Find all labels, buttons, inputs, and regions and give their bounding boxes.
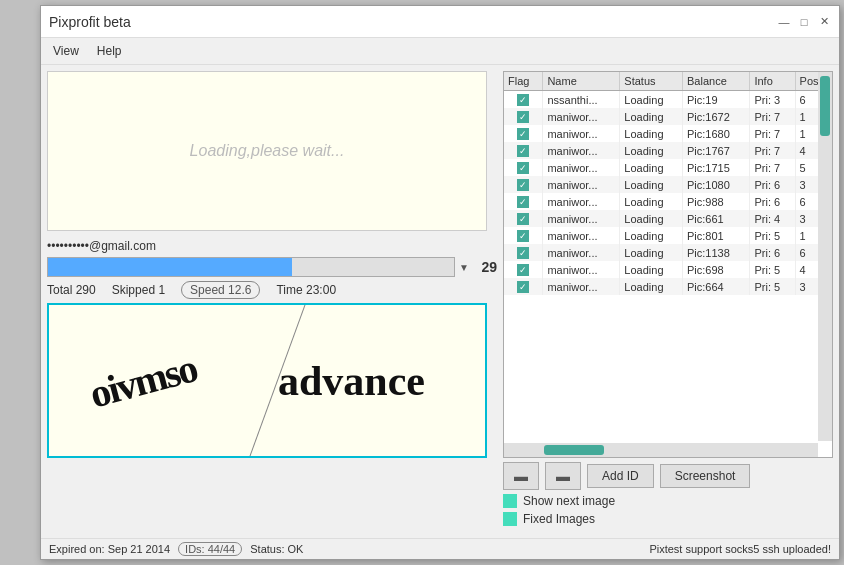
- balance-cell: Pic:988: [683, 193, 750, 210]
- status-cell: Loading: [620, 210, 683, 227]
- flag-checkbox[interactable]: ✓: [517, 264, 529, 276]
- fixed-images-checkbox[interactable]: [503, 512, 517, 526]
- show-next-image-checkbox[interactable]: [503, 494, 517, 508]
- flag-checkbox[interactable]: ✓: [517, 230, 529, 242]
- flag-cell: ✓: [504, 142, 543, 159]
- support-label: Pixtest support socks5 ssh uploaded!: [649, 543, 831, 555]
- status-cell: Loading: [620, 91, 683, 109]
- menu-help[interactable]: Help: [93, 42, 126, 60]
- scrollbar-vertical[interactable]: [818, 72, 832, 441]
- scrollbar-horizontal[interactable]: [504, 443, 818, 457]
- flag-checkbox[interactable]: ✓: [517, 213, 529, 225]
- name-cell: nssanthi...: [543, 91, 620, 109]
- status-cell: Loading: [620, 261, 683, 278]
- icon-button-2[interactable]: ▬: [545, 462, 581, 490]
- flag-cell: ✓: [504, 159, 543, 176]
- table-row[interactable]: ✓ maniwor... Loading Pic:1767 Pri: 7 4: [504, 142, 832, 159]
- flag-checkbox[interactable]: ✓: [517, 94, 529, 106]
- progress-fill: [48, 258, 292, 276]
- status-cell: Loading: [620, 278, 683, 295]
- info-cell: Pri: 7: [750, 159, 795, 176]
- show-next-image-row: Show next image: [503, 494, 833, 508]
- ids-badge: IDs: 44/44: [178, 542, 242, 556]
- icon-button-1[interactable]: ▬: [503, 462, 539, 490]
- table-row[interactable]: ✓ maniwor... Loading Pic:1672 Pri: 7 1: [504, 108, 832, 125]
- content-area: Loading,please wait... ••••••••••@gmail.…: [41, 65, 839, 532]
- time-label: Time 23:00: [276, 283, 336, 297]
- name-cell: maniwor...: [543, 278, 620, 295]
- icon-1: ▬: [514, 468, 528, 484]
- name-cell: maniwor...: [543, 142, 620, 159]
- table-row[interactable]: ✓ maniwor... Loading Pic:1715 Pri: 7 5: [504, 159, 832, 176]
- balance-cell: Pic:661: [683, 210, 750, 227]
- skipped-label: Skipped 1: [112, 283, 165, 297]
- add-id-button[interactable]: Add ID: [587, 464, 654, 488]
- flag-cell: ✓: [504, 244, 543, 261]
- status-cell: Loading: [620, 142, 683, 159]
- minimize-button[interactable]: —: [777, 15, 791, 29]
- flag-checkbox[interactable]: ✓: [517, 145, 529, 157]
- right-panel: Flag Name Status Balance Info Pos ✓ nssa…: [503, 71, 833, 526]
- table-row[interactable]: ✓ nssanthi... Loading Pic:19 Pri: 3 6: [504, 91, 832, 109]
- status-cell: Loading: [620, 227, 683, 244]
- stats-row: Total 290 Skipped 1 Speed 12.6 Time 23:0…: [47, 281, 497, 299]
- status-cell: Loading: [620, 125, 683, 142]
- name-cell: maniwor...: [543, 108, 620, 125]
- status-bar: Expired on: Sep 21 2014 IDs: 44/44 Statu…: [41, 538, 839, 559]
- name-cell: maniwor...: [543, 210, 620, 227]
- main-window: Pixprofit beta — □ ✕ View Help Loading,p…: [40, 5, 840, 560]
- menu-view[interactable]: View: [49, 42, 83, 60]
- balance-cell: Pic:664: [683, 278, 750, 295]
- table-row[interactable]: ✓ maniwor... Loading Pic:801 Pri: 5 1: [504, 227, 832, 244]
- table-row[interactable]: ✓ maniwor... Loading Pic:698 Pri: 5 4: [504, 261, 832, 278]
- flag-checkbox[interactable]: ✓: [517, 162, 529, 174]
- name-cell: maniwor...: [543, 125, 620, 142]
- flag-cell: ✓: [504, 193, 543, 210]
- table-header-row: Flag Name Status Balance Info Pos: [504, 72, 832, 91]
- close-button[interactable]: ✕: [817, 15, 831, 29]
- flag-cell: ✓: [504, 261, 543, 278]
- flag-cell: ✓: [504, 108, 543, 125]
- name-cell: maniwor...: [543, 244, 620, 261]
- flag-cell: ✓: [504, 210, 543, 227]
- loading-text: Loading,please wait...: [190, 142, 345, 160]
- flag-checkbox[interactable]: ✓: [517, 247, 529, 259]
- status-cell: Loading: [620, 176, 683, 193]
- left-panel: Loading,please wait... ••••••••••@gmail.…: [47, 71, 497, 526]
- table-row[interactable]: ✓ maniwor... Loading Pic:1080 Pri: 6 3: [504, 176, 832, 193]
- flag-checkbox[interactable]: ✓: [517, 281, 529, 293]
- scrollbar-thumb-v: [820, 76, 830, 136]
- captcha-text-1: oivmso: [85, 344, 201, 417]
- show-next-image-label: Show next image: [523, 494, 615, 508]
- accounts-table-container[interactable]: Flag Name Status Balance Info Pos ✓ nssa…: [503, 71, 833, 458]
- table-row[interactable]: ✓ maniwor... Loading Pic:988 Pri: 6 6: [504, 193, 832, 210]
- name-cell: maniwor...: [543, 227, 620, 244]
- total-label: Total 290: [47, 283, 96, 297]
- flag-checkbox[interactable]: ✓: [517, 196, 529, 208]
- expired-label: Expired on: Sep 21 2014: [49, 543, 170, 555]
- table-row[interactable]: ✓ maniwor... Loading Pic:661 Pri: 4 3: [504, 210, 832, 227]
- flag-cell: ✓: [504, 125, 543, 142]
- name-cell: maniwor...: [543, 159, 620, 176]
- status-cell: Loading: [620, 244, 683, 261]
- table-row[interactable]: ✓ maniwor... Loading Pic:1680 Pri: 7 1: [504, 125, 832, 142]
- table-row[interactable]: ✓ maniwor... Loading Pic:1138 Pri: 6 6: [504, 244, 832, 261]
- name-cell: maniwor...: [543, 193, 620, 210]
- col-info: Info: [750, 72, 795, 91]
- info-cell: Pri: 3: [750, 91, 795, 109]
- flag-checkbox[interactable]: ✓: [517, 111, 529, 123]
- screenshot-button[interactable]: Screenshot: [660, 464, 751, 488]
- dropdown-arrow[interactable]: ▼: [459, 262, 469, 273]
- balance-cell: Pic:801: [683, 227, 750, 244]
- action-buttons-row: ▬ ▬ Add ID Screenshot: [503, 462, 833, 490]
- progress-bar: [47, 257, 455, 277]
- maximize-button[interactable]: □: [797, 15, 811, 29]
- name-cell: maniwor...: [543, 261, 620, 278]
- info-cell: Pri: 5: [750, 261, 795, 278]
- table-row[interactable]: ✓ maniwor... Loading Pic:664 Pri: 5 3: [504, 278, 832, 295]
- col-flag: Flag: [504, 72, 543, 91]
- captcha-text-2: advance: [278, 357, 425, 405]
- window-controls: — □ ✕: [777, 15, 831, 29]
- flag-checkbox[interactable]: ✓: [517, 179, 529, 191]
- flag-checkbox[interactable]: ✓: [517, 128, 529, 140]
